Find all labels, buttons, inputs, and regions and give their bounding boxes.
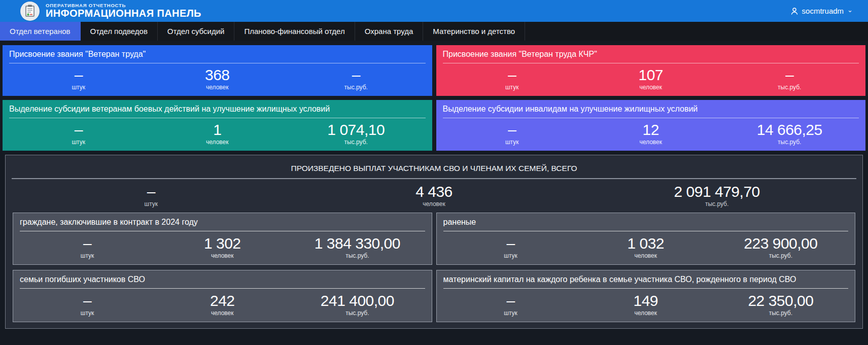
- stat-value: 242: [155, 292, 290, 309]
- card-title: Присвоение звания "Ветеран труда": [9, 50, 426, 59]
- app-header: ОПЕРАТИВНАЯ ОТЧЕТНОСТЬ ИНФОРМАЦИОННАЯ ПА…: [0, 0, 868, 22]
- stat-unit: штук: [9, 139, 148, 146]
- card-title: граждане, заключившие в контракт в 2024 …: [20, 218, 425, 227]
- stat-money: 223 900,00 тыс.руб.: [713, 235, 848, 259]
- stat-unit: тыс.руб.: [287, 139, 426, 146]
- stat-unit: человек: [155, 309, 290, 317]
- stat-qty: – штук: [20, 292, 155, 317]
- card-stats: – штук 4 436 человек 2 091 479,70 тыс.ру…: [10, 183, 858, 208]
- stat-qty: – штук: [20, 235, 155, 259]
- subcard-kontrakt-2024: граждане, заключившие в контракт в 2024 …: [13, 213, 432, 265]
- stat-value: –: [10, 183, 293, 200]
- svo-total-stats: – штук 4 436 человек 2 091 479,70 тыс.ру…: [10, 183, 858, 208]
- tab-planovo-finansovy-otdel[interactable]: Планово-финансовый отдел: [234, 22, 355, 41]
- stat-value: –: [287, 66, 426, 83]
- stat-value: 1 302: [155, 235, 290, 252]
- stat-unit: штук: [443, 84, 582, 91]
- tab-materinstvo-i-detstvo[interactable]: Материнство и детство: [423, 22, 525, 41]
- user-menu[interactable]: socmtruadm ⌄: [787, 5, 856, 17]
- stat-value: –: [443, 121, 582, 138]
- stat-unit: тыс.руб.: [575, 200, 858, 208]
- tab-otdel-subsidiy[interactable]: Отдел субсидий: [158, 22, 235, 41]
- svo-payments-section: ПРОИЗВЕДЕНО ВЫПЛАТ УЧАСТНИКАМ СВО И ЧЛЕН…: [5, 155, 863, 329]
- stat-value: 1: [148, 121, 287, 138]
- stat-value: 4 436: [293, 183, 576, 200]
- stat-value: 241 400,00: [290, 292, 425, 309]
- stat-unit: тыс.руб.: [713, 309, 848, 317]
- stat-money: – тыс.руб.: [287, 66, 426, 91]
- stat-money: 22 350,00 тыс.руб.: [713, 292, 848, 317]
- card-row-1: Присвоение звания "Ветеран труда" – штук…: [3, 45, 865, 96]
- stat-value: –: [443, 66, 582, 83]
- subcard-semi-pogibshikh: семьи погибших участников СВО – штук 242…: [13, 270, 432, 322]
- card-stats: – штук 107 человек – тыс.руб.: [443, 64, 859, 93]
- stat-unit: штук: [443, 309, 578, 317]
- stat-value: –: [9, 66, 148, 83]
- stat-value: 1 032: [578, 235, 713, 252]
- tab-otdel-veteranov[interactable]: Отдел ветеранов: [0, 22, 81, 41]
- svo-subcard-grid: граждане, заключившие в контракт в 2024 …: [13, 213, 855, 322]
- clipboard-report-icon: [24, 5, 36, 18]
- stat-card-subsidii-invalidam: Выделение субсидии инвалидам на улучшени…: [436, 100, 866, 151]
- divider: [443, 288, 849, 289]
- card-stats: – штук 149 человек 22 350,00 тыс.руб.: [443, 290, 849, 319]
- divider: [443, 118, 859, 118]
- stat-unit: тыс.руб.: [290, 309, 425, 317]
- stat-value: 1 384 330,00: [290, 235, 425, 252]
- card-title: материнский капитал на каждого ребенка в…: [443, 275, 849, 284]
- svo-section-title: ПРОИЗВЕДЕНО ВЫПЛАТ УЧАСТНИКАМ СВО И ЧЛЕН…: [10, 159, 858, 178]
- header-titles: ОПЕРАТИВНАЯ ОТЧЕТНОСТЬ ИНФОРМАЦИОННАЯ ПА…: [46, 3, 201, 19]
- stat-unit: человек: [578, 309, 713, 317]
- stat-unit: человек: [293, 200, 576, 208]
- stat-unit: человек: [155, 252, 290, 259]
- app-logo: [20, 2, 40, 21]
- stat-value: –: [443, 292, 578, 309]
- card-stats: – штук 1 032 человек 223 900,00 тыс.руб.: [443, 232, 849, 261]
- card-stats: – штук 242 человек 241 400,00 тыс.руб.: [20, 290, 425, 319]
- stat-unit: штук: [443, 139, 582, 146]
- stat-money: 1 384 330,00 тыс.руб.: [290, 235, 425, 259]
- stat-qty: – штук: [443, 235, 578, 259]
- divider: [9, 63, 426, 63]
- stat-money: 14 666,25 тыс.руб.: [720, 121, 859, 146]
- stat-people: 149 человек: [578, 292, 713, 317]
- dashboard-content: Присвоение звания "Ветеран труда" – штук…: [0, 41, 868, 329]
- stat-unit: тыс.руб.: [720, 139, 859, 146]
- chevron-down-icon: ⌄: [847, 7, 853, 13]
- stat-value: 149: [578, 292, 713, 309]
- stat-unit: тыс.руб.: [290, 252, 425, 259]
- stat-unit: тыс.руб.: [713, 252, 848, 259]
- card-title: Присвоение звания "Ветеран труда КЧР": [443, 50, 859, 59]
- stat-money: 1 074,10 тыс.руб.: [287, 121, 426, 146]
- stat-value: 107: [581, 66, 720, 83]
- stat-value: 2 091 479,70: [575, 183, 858, 200]
- department-tab-bar: Отдел ветеранов Отдел подведов Отдел суб…: [0, 22, 868, 41]
- stat-people: 12 человек: [581, 121, 720, 146]
- card-title: Выделение субсидии ветеранам боевых дейс…: [9, 105, 426, 114]
- stat-people: 1 032 человек: [578, 235, 713, 259]
- card-stats: – штук 1 человек 1 074,10 тыс.руб.: [9, 119, 426, 148]
- subcard-ranenye: раненые – штук 1 032 человек 223 900,00 …: [436, 213, 856, 265]
- stat-card-veteran-truda: Присвоение звания "Ветеран труда" – штук…: [3, 45, 432, 96]
- stat-unit: человек: [148, 139, 287, 146]
- stat-people: 242 человек: [155, 292, 290, 317]
- stat-qty: – штук: [443, 66, 582, 91]
- divider: [12, 178, 856, 179]
- stat-unit: штук: [20, 309, 155, 317]
- stat-value: –: [443, 235, 578, 252]
- stat-card-veteran-truda-kchr: Присвоение звания "Ветеран труда КЧР" – …: [436, 45, 866, 96]
- tab-okhrana-truda[interactable]: Охрана труда: [355, 22, 424, 41]
- stat-money: 2 091 479,70 тыс.руб.: [575, 183, 858, 208]
- stat-qty: – штук: [9, 66, 148, 91]
- stat-qty: – штук: [443, 121, 582, 146]
- card-stats: – штук 12 человек 14 666,25 тыс.руб.: [443, 119, 859, 148]
- stat-money: – тыс.руб.: [720, 66, 859, 91]
- stat-qty: – штук: [9, 121, 148, 146]
- tab-otdel-podvedov[interactable]: Отдел подведов: [81, 22, 158, 41]
- divider: [20, 288, 425, 289]
- stat-people: 107 человек: [581, 66, 720, 91]
- card-stats: – штук 1 302 человек 1 384 330,00 тыс.ру…: [20, 232, 425, 261]
- divider: [9, 118, 426, 118]
- person-icon: [790, 7, 798, 15]
- stat-people: 368 человек: [148, 66, 287, 91]
